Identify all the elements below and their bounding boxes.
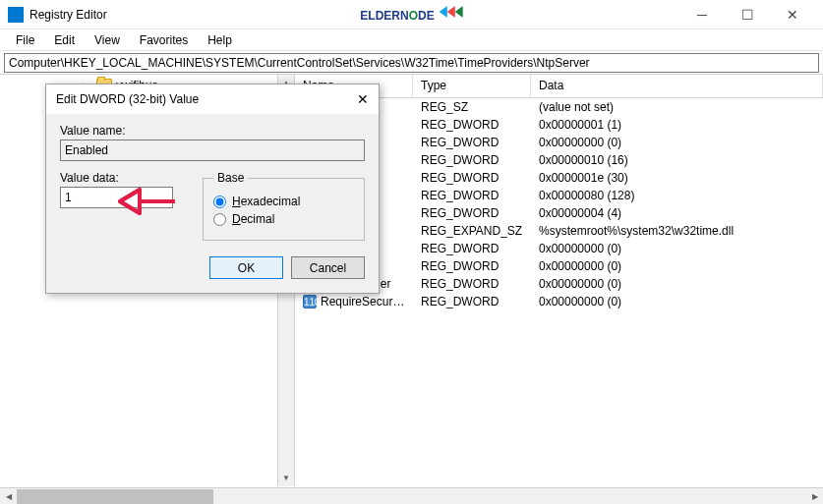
value-name-label: Value name: bbox=[60, 124, 365, 138]
maximize-button[interactable]: ☐ bbox=[725, 0, 770, 29]
menu-favorites[interactable]: Favorites bbox=[130, 31, 198, 49]
titlebar: Registry Editor ELDERNODE ─ ☐ ✕ bbox=[0, 0, 823, 29]
value-data: 0x00000000 (0) bbox=[531, 295, 823, 308]
value-data: (value not set) bbox=[531, 100, 823, 114]
addressbar bbox=[0, 51, 823, 75]
radio-dec-label: Decimal bbox=[232, 212, 274, 226]
value-type: REG_EXPAND_SZ bbox=[413, 224, 531, 238]
value-data: 0x00000000 (0) bbox=[531, 136, 823, 149]
column-type[interactable]: Type bbox=[413, 75, 531, 97]
value-data: 0x00000080 (128) bbox=[531, 189, 823, 202]
dialog-title: Edit DWORD (32-bit) Value bbox=[56, 92, 357, 106]
dialog-close-button[interactable]: ✕ bbox=[357, 91, 369, 107]
menu-help[interactable]: Help bbox=[198, 31, 242, 49]
value-data: 0x00000001 (1) bbox=[531, 118, 823, 132]
address-input[interactable] bbox=[4, 53, 819, 73]
hscroll-left[interactable]: ◀ bbox=[0, 488, 17, 504]
value-data: 0x00000000 (0) bbox=[531, 242, 823, 255]
menubar: File Edit View Favorites Help bbox=[0, 29, 823, 51]
base-fieldset: Base Hexadecimal Decimal bbox=[203, 171, 365, 241]
value-type: REG_DWORD bbox=[413, 171, 531, 185]
value-data: 0x00000000 (0) bbox=[531, 277, 823, 291]
menu-view[interactable]: View bbox=[85, 31, 130, 49]
column-data[interactable]: Data bbox=[531, 75, 823, 97]
close-button[interactable]: ✕ bbox=[770, 0, 815, 29]
dword-icon: 110 bbox=[303, 295, 317, 308]
value-data: 0x00000000 (0) bbox=[531, 259, 823, 273]
value-type: REG_DWORD bbox=[413, 136, 531, 149]
app-icon bbox=[8, 7, 24, 23]
value-data-input[interactable] bbox=[60, 187, 173, 208]
cancel-button[interactable]: Cancel bbox=[291, 256, 365, 279]
ok-button[interactable]: OK bbox=[209, 256, 283, 279]
value-data: 0x0000001e (30) bbox=[531, 171, 823, 185]
value-type: REG_DWORD bbox=[413, 242, 531, 255]
dialog-titlebar[interactable]: Edit DWORD (32-bit) Value ✕ bbox=[46, 84, 379, 114]
base-legend: Base bbox=[213, 171, 248, 185]
radio-decimal[interactable] bbox=[213, 213, 226, 226]
menu-edit[interactable]: Edit bbox=[44, 31, 85, 49]
eldernode-logo: ELDERNODE bbox=[360, 4, 462, 25]
value-data-label: Value data: bbox=[60, 171, 173, 185]
value-type: REG_DWORD bbox=[413, 118, 531, 132]
value-type: REG_DWORD bbox=[413, 295, 531, 308]
scroll-down-arrow[interactable]: ▼ bbox=[278, 470, 294, 486]
value-data: %systemroot%\system32\w32time.dll bbox=[531, 224, 823, 238]
radio-hexadecimal[interactable] bbox=[213, 196, 226, 208]
value-type: REG_DWORD bbox=[413, 206, 531, 220]
value-data: 0x00000004 (4) bbox=[531, 206, 823, 220]
horizontal-scrollbar[interactable]: ◀ ▶ bbox=[0, 487, 823, 504]
registry-value-row[interactable]: 110RequireSecureTi...REG_DWORD0x00000000… bbox=[295, 293, 823, 310]
value-type: REG_DWORD bbox=[413, 153, 531, 167]
edit-dword-dialog: Edit DWORD (32-bit) Value ✕ Value name: … bbox=[45, 84, 380, 294]
minimize-button[interactable]: ─ bbox=[679, 0, 725, 29]
value-type: REG_DWORD bbox=[413, 277, 531, 291]
value-data: 0x00000010 (16) bbox=[531, 153, 823, 167]
value-type: REG_SZ bbox=[413, 100, 531, 114]
menu-file[interactable]: File bbox=[6, 31, 44, 49]
window-controls: ─ ☐ ✕ bbox=[679, 0, 815, 29]
value-name-input[interactable] bbox=[60, 140, 365, 161]
value-type: REG_DWORD bbox=[413, 189, 531, 202]
window-title: Registry Editor bbox=[29, 8, 107, 22]
hscroll-thumb[interactable] bbox=[17, 489, 213, 504]
hscroll-right[interactable]: ▶ bbox=[806, 488, 823, 504]
radio-hex-label: Hexadecimal bbox=[232, 195, 300, 208]
value-name: RequireSecureTi... bbox=[321, 295, 413, 308]
value-type: REG_DWORD bbox=[413, 259, 531, 273]
